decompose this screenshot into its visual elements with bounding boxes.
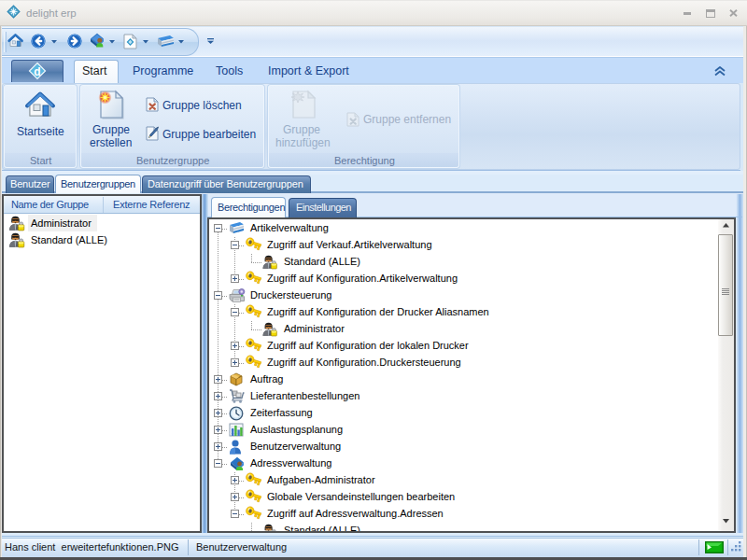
svg-text:d: d [34,65,40,78]
